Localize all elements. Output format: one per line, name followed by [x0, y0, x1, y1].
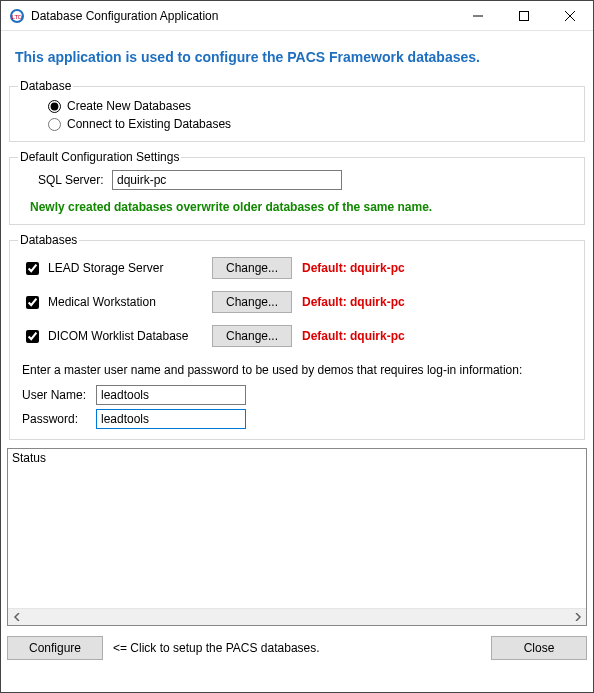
default-tag-medical-workstation: Default: dquirk-pc — [302, 295, 405, 309]
overwrite-warning: Newly created databases overwrite older … — [18, 192, 576, 216]
change-button-dicom-worklist[interactable]: Change... — [212, 325, 292, 347]
password-label: Password: — [22, 412, 90, 426]
radio-connect-row: Connect to Existing Databases — [18, 115, 576, 133]
close-action-button[interactable]: Close — [491, 636, 587, 660]
svg-rect-4 — [520, 11, 529, 20]
db-label: Medical Workstation — [48, 295, 156, 309]
configure-button[interactable]: Configure — [7, 636, 103, 660]
change-button-lead-storage[interactable]: Change... — [212, 257, 292, 279]
db-label: LEAD Storage Server — [48, 261, 163, 275]
master-credentials-instruction: Enter a master user name and password to… — [18, 353, 576, 383]
window-title: Database Configuration Application — [31, 9, 455, 23]
username-row: User Name: — [18, 383, 576, 407]
sql-server-input[interactable] — [112, 170, 342, 190]
username-input[interactable] — [96, 385, 246, 405]
titlebar: LTD Database Configuration Application — [1, 1, 593, 31]
close-button[interactable] — [547, 1, 593, 30]
radio-create[interactable] — [48, 100, 61, 113]
horizontal-scrollbar[interactable] — [8, 608, 586, 625]
status-panel: Status — [7, 448, 587, 626]
group-config: Default Configuration Settings SQL Serve… — [9, 150, 585, 225]
db-row-lead-storage: LEAD Storage Server Change... Default: d… — [18, 251, 576, 285]
scroll-right-icon[interactable] — [569, 609, 586, 625]
password-input[interactable] — [96, 409, 246, 429]
radio-create-label: Create New Databases — [67, 99, 191, 113]
sql-server-row: SQL Server: — [18, 168, 576, 192]
db-label: DICOM Worklist Database — [48, 329, 188, 343]
sql-server-label: SQL Server: — [38, 173, 106, 187]
status-label: Status — [12, 451, 46, 465]
password-row: Password: — [18, 407, 576, 431]
default-tag-dicom-worklist: Default: dquirk-pc — [302, 329, 405, 343]
checkbox-dicom-worklist[interactable] — [26, 330, 39, 343]
radio-create-row: Create New Databases — [18, 97, 576, 115]
app-icon: LTD — [9, 8, 25, 24]
group-config-legend: Default Configuration Settings — [18, 150, 181, 164]
change-button-medical-workstation[interactable]: Change... — [212, 291, 292, 313]
page-heading: This application is used to configure th… — [15, 49, 583, 65]
radio-connect-label: Connect to Existing Databases — [67, 117, 231, 131]
db-row-dicom-worklist: DICOM Worklist Database Change... Defaul… — [18, 319, 576, 353]
radio-connect[interactable] — [48, 118, 61, 131]
content-area: This application is used to configure th… — [1, 31, 593, 440]
svg-text:LTD: LTD — [12, 14, 24, 20]
group-database: Database Create New Databases Connect to… — [9, 79, 585, 142]
checkbox-medical-workstation[interactable] — [26, 296, 39, 309]
default-tag-lead-storage: Default: dquirk-pc — [302, 261, 405, 275]
username-label: User Name: — [22, 388, 90, 402]
scroll-track[interactable] — [25, 609, 569, 625]
scroll-left-icon[interactable] — [8, 609, 25, 625]
checkbox-lead-storage[interactable] — [26, 262, 39, 275]
group-database-legend: Database — [18, 79, 73, 93]
bottom-bar: Configure <= Click to setup the PACS dat… — [1, 630, 593, 666]
group-databases-legend: Databases — [18, 233, 79, 247]
maximize-button[interactable] — [501, 1, 547, 30]
minimize-button[interactable] — [455, 1, 501, 30]
group-databases: Databases LEAD Storage Server Change... … — [9, 233, 585, 440]
window-controls — [455, 1, 593, 30]
db-row-medical-workstation: Medical Workstation Change... Default: d… — [18, 285, 576, 319]
configure-hint: <= Click to setup the PACS databases. — [113, 641, 320, 655]
